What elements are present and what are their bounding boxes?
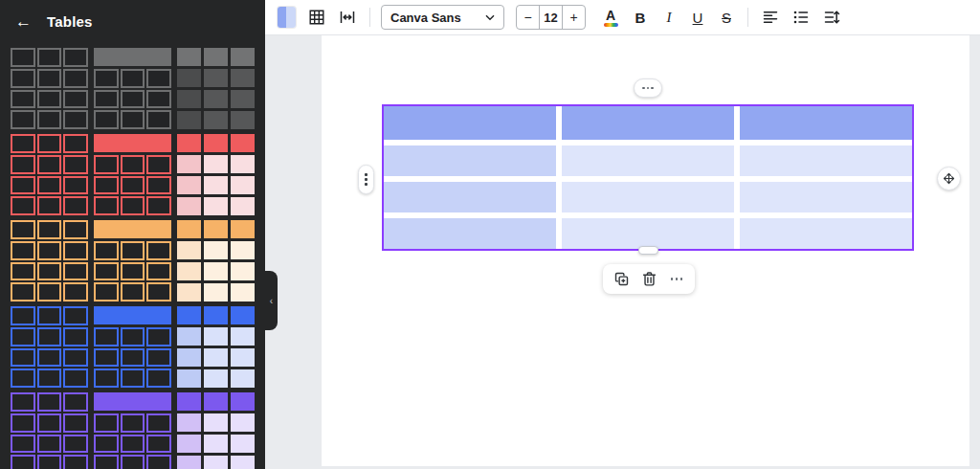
template-cell: [37, 348, 62, 368]
table-template-blue-header[interactable]: [94, 306, 171, 388]
template-cell: [37, 413, 62, 433]
template-body-grid: [94, 69, 171, 129]
template-header-bar: [94, 220, 171, 238]
template-cell: [11, 368, 35, 388]
template-cell: [177, 348, 201, 367]
table-template-purple-outlined[interactable]: [11, 392, 88, 469]
template-cell: [11, 196, 35, 215]
table-cell[interactable]: [740, 218, 912, 249]
template-cell: [177, 134, 201, 152]
italic-button[interactable]: I: [657, 4, 681, 31]
table-grid-button[interactable]: [303, 4, 330, 31]
template-cell: [63, 262, 88, 281]
line-spacing-button[interactable]: [818, 4, 845, 31]
table-template-blue-outlined[interactable]: [11, 306, 88, 388]
template-cell: [121, 368, 145, 388]
table-color-swatch-icon: [278, 7, 296, 28]
bullet-list-button[interactable]: [788, 4, 814, 31]
row-resize-handle[interactable]: [638, 246, 658, 255]
font-size-increase-button[interactable]: +: [563, 6, 585, 29]
font-family-select[interactable]: Canva Sans: [381, 5, 504, 30]
template-cell: [37, 282, 62, 302]
table-template-red-outlined[interactable]: [11, 134, 88, 215]
table-template-purple-header[interactable]: [94, 392, 171, 469]
table-cell[interactable]: [384, 218, 556, 249]
template-cell: [37, 155, 62, 174]
table-template-gray-filled[interactable]: [177, 48, 255, 129]
table-cell[interactable]: [562, 145, 734, 176]
template-cell: [11, 306, 35, 325]
template-cell: [177, 155, 201, 173]
template-cell: [63, 327, 88, 346]
template-body-grid: [94, 241, 171, 302]
template-cell: [177, 435, 201, 453]
table-template-orange-header[interactable]: [94, 220, 171, 302]
duplicate-button[interactable]: [609, 267, 634, 292]
canvas-table[interactable]: [382, 104, 914, 251]
table-template-red-header[interactable]: [94, 134, 171, 215]
back-button[interactable]: ←: [13, 11, 33, 32]
more-options-button[interactable]: [664, 267, 689, 292]
table-template-gray-header[interactable]: [94, 48, 171, 129]
table-cell[interactable]: [384, 106, 556, 140]
table-cell[interactable]: [384, 182, 556, 212]
table-cell[interactable]: [740, 182, 912, 212]
template-cell: [11, 392, 35, 412]
template-cell: [37, 368, 62, 388]
table-cell[interactable]: [740, 106, 912, 140]
template-row-blue: [11, 306, 255, 388]
delete-button[interactable]: [636, 267, 661, 292]
template-cell: [204, 176, 228, 194]
template-cell: [37, 435, 62, 454]
template-cell: [63, 348, 88, 368]
template-header-bar: [94, 306, 171, 324]
template-cell: [231, 262, 255, 280]
template-cell: [146, 241, 171, 260]
table-template-gray-outlined[interactable]: [11, 48, 88, 129]
underline-button[interactable]: U: [685, 4, 710, 31]
template-cell: [231, 456, 255, 469]
table-template-orange-outlined[interactable]: [11, 220, 88, 302]
alignment-button[interactable]: [757, 4, 784, 31]
move-handle[interactable]: [937, 167, 961, 190]
table-template-red-filled[interactable]: [177, 134, 255, 215]
template-cell: [63, 48, 88, 67]
table-cell[interactable]: [740, 145, 912, 176]
table-cell[interactable]: [562, 106, 734, 140]
toolbar: Canva Sans − 12 + A B I U S: [265, 0, 980, 35]
template-cell: [121, 196, 145, 215]
template-cell: [121, 455, 145, 469]
template-cell: [63, 455, 88, 469]
tables-panel: ← Tables ‹: [0, 0, 265, 469]
template-cell: [121, 435, 145, 454]
table-template-blue-filled[interactable]: [177, 306, 255, 388]
column-options-handle[interactable]: [634, 78, 662, 98]
table-cell[interactable]: [562, 218, 734, 249]
template-cell: [11, 134, 35, 153]
table-cell[interactable]: [562, 182, 734, 212]
template-cell: [231, 327, 255, 346]
template-cell: [121, 241, 145, 260]
template-header-bar: [94, 48, 171, 66]
template-cell: [231, 134, 255, 152]
row-drag-handle[interactable]: [358, 165, 374, 194]
table-color-button[interactable]: [273, 4, 300, 31]
line-spacing-icon: [823, 9, 840, 26]
template-cell: [37, 110, 62, 129]
bold-button[interactable]: B: [628, 4, 653, 31]
text-color-button[interactable]: A: [597, 4, 624, 31]
font-size-decrease-button[interactable]: −: [517, 6, 539, 29]
table-template-orange-filled[interactable]: [177, 220, 255, 302]
template-cell: [204, 69, 228, 87]
table-template-purple-filled[interactable]: [177, 392, 255, 469]
template-cell: [94, 413, 119, 433]
template-row-red: [11, 134, 255, 215]
template-cell: [11, 90, 35, 109]
template-cell: [231, 48, 255, 66]
panel-collapse-tab[interactable]: ‹: [265, 271, 278, 330]
font-size-value[interactable]: 12: [539, 6, 563, 29]
template-cell: [231, 155, 255, 173]
cell-spacing-button[interactable]: [334, 4, 361, 31]
table-cell[interactable]: [384, 145, 556, 176]
strikethrough-button[interactable]: S: [714, 4, 739, 31]
